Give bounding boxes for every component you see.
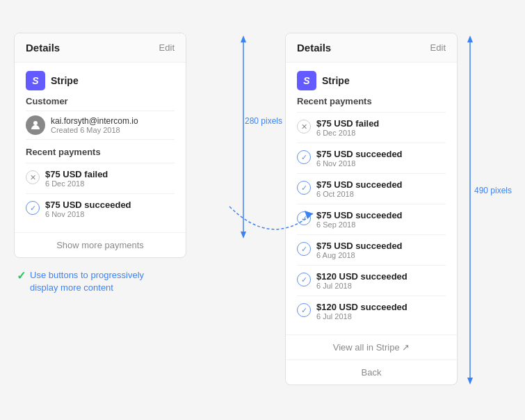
customer-created: Created 6 May 2018 bbox=[51, 126, 138, 134]
right-succeeded-icon-6: ✓ bbox=[297, 303, 311, 317]
svg-marker-4 bbox=[305, 211, 313, 219]
right-payments-label: Recent payments bbox=[297, 96, 446, 106]
payment-amount-0: $75 USD failed bbox=[45, 169, 108, 179]
right-payment-details-2: $75 USD succeeded 6 Oct 2018 bbox=[316, 179, 403, 198]
svg-marker-2 bbox=[241, 35, 246, 42]
left-dimension-label: 280 pixels bbox=[245, 116, 282, 126]
customer-avatar bbox=[26, 115, 45, 135]
left-payments-label: Recent payments bbox=[26, 147, 175, 157]
right-payment-amount-1: $75 USD succeeded bbox=[316, 149, 403, 159]
svg-marker-7 bbox=[467, 378, 473, 385]
succeeded-icon-1: ✓ bbox=[26, 201, 40, 215]
right-payment-details-3: $75 USD succeeded 6 Sep 2018 bbox=[316, 210, 403, 229]
payment-details-0: $75 USD failed 6 Dec 2018 bbox=[45, 169, 108, 188]
payment-date-1: 6 Nov 2018 bbox=[45, 210, 131, 218]
right-panel-edit[interactable]: Edit bbox=[430, 42, 446, 53]
curved-arrow bbox=[216, 193, 327, 276]
right-payment-item-1: ✓ $75 USD succeeded 6 Nov 2018 bbox=[297, 143, 446, 173]
right-payment-amount-0: $75 USD failed bbox=[316, 118, 379, 129]
left-panel-body: S Stripe Customer kai.forsyth@intercom.i… bbox=[15, 63, 186, 232]
right-payment-date-0: 6 Dec 2018 bbox=[316, 129, 379, 137]
right-succeeded-icon-1: ✓ bbox=[297, 150, 311, 164]
right-payment-amount-6: $120 USD succeeded bbox=[316, 302, 407, 312]
right-payment-details-1: $75 USD succeeded 6 Nov 2018 bbox=[316, 149, 403, 168]
right-panel-title: Details bbox=[297, 42, 331, 54]
customer-row: kai.forsyth@intercom.io Created 6 May 20… bbox=[26, 111, 175, 140]
left-payment-item-0: ✕ $75 USD failed 6 Dec 2018 bbox=[26, 163, 175, 193]
show-more-button[interactable]: Show more payments bbox=[15, 232, 186, 257]
view-all-button[interactable]: View all in Stripe ↗ bbox=[286, 334, 457, 360]
payment-details-1: $75 USD succeeded 6 Nov 2018 bbox=[45, 200, 131, 218]
right-payment-amount-2: $75 USD succeeded bbox=[316, 179, 403, 190]
right-failed-icon-0: ✕ bbox=[297, 120, 311, 134]
right-payment-amount-3: $75 USD succeeded bbox=[316, 210, 403, 220]
annotation-area: ✓ Use buttons to progressively display m… bbox=[14, 269, 169, 294]
right-stripe-name: Stripe bbox=[322, 75, 350, 86]
stripe-name: Stripe bbox=[51, 75, 79, 86]
right-stripe-logo-icon: S bbox=[297, 71, 316, 90]
right-dimension-container: 490 pixels bbox=[463, 33, 505, 387]
right-payment-date-4: 6 Aug 2018 bbox=[316, 251, 403, 259]
right-dimension-arrow bbox=[463, 33, 505, 387]
right-dimension-label: 490 pixels bbox=[474, 186, 512, 195]
left-panel-header: Details Edit bbox=[15, 33, 186, 63]
left-panel-edit[interactable]: Edit bbox=[159, 42, 175, 53]
right-payment-amount-5: $120 USD succeeded bbox=[316, 271, 407, 282]
left-panel-title: Details bbox=[26, 42, 60, 54]
right-payment-item-6: ✓ $120 USD succeeded 6 Jul 2018 bbox=[297, 296, 446, 326]
right-payment-item-0: ✕ $75 USD failed 6 Dec 2018 bbox=[297, 112, 446, 143]
right-payment-details-6: $120 USD succeeded 6 Jul 2018 bbox=[316, 302, 407, 321]
right-panel-header: Details Edit bbox=[286, 33, 457, 63]
right-payment-date-2: 6 Oct 2018 bbox=[316, 190, 403, 198]
back-button[interactable]: Back bbox=[286, 360, 457, 385]
right-payment-date-6: 6 Jul 2018 bbox=[316, 312, 407, 321]
right-payment-details-0: $75 USD failed 6 Dec 2018 bbox=[316, 118, 379, 137]
annotation-text: Use buttons to progressively display mor… bbox=[30, 269, 169, 294]
customer-info: kai.forsyth@intercom.io Created 6 May 20… bbox=[51, 116, 138, 134]
customer-email: kai.forsyth@intercom.io bbox=[51, 116, 138, 126]
left-payment-item-1: ✓ $75 USD succeeded 6 Nov 2018 bbox=[26, 193, 175, 224]
failed-icon-0: ✕ bbox=[26, 170, 40, 184]
right-payment-details-5: $120 USD succeeded 6 Jul 2018 bbox=[316, 271, 407, 290]
stripe-row: S Stripe bbox=[26, 71, 175, 90]
svg-marker-6 bbox=[467, 35, 473, 42]
right-payment-date-3: 6 Sep 2018 bbox=[316, 220, 403, 229]
svg-point-0 bbox=[33, 121, 38, 125]
right-stripe-row: S Stripe bbox=[297, 71, 446, 90]
right-payment-date-5: 6 Jul 2018 bbox=[316, 282, 407, 290]
payment-date-0: 6 Dec 2018 bbox=[45, 179, 108, 188]
left-panel: Details Edit S Stripe Customer bbox=[14, 33, 186, 258]
right-payment-details-4: $75 USD succeeded 6 Aug 2018 bbox=[316, 241, 403, 259]
stripe-logo-icon: S bbox=[26, 71, 45, 90]
checkmark-icon: ✓ bbox=[17, 269, 26, 282]
customer-section-label: Customer bbox=[26, 96, 175, 106]
payment-amount-1: $75 USD succeeded bbox=[45, 200, 131, 210]
right-payment-date-1: 6 Nov 2018 bbox=[316, 159, 403, 168]
right-payment-amount-4: $75 USD succeeded bbox=[316, 241, 403, 251]
